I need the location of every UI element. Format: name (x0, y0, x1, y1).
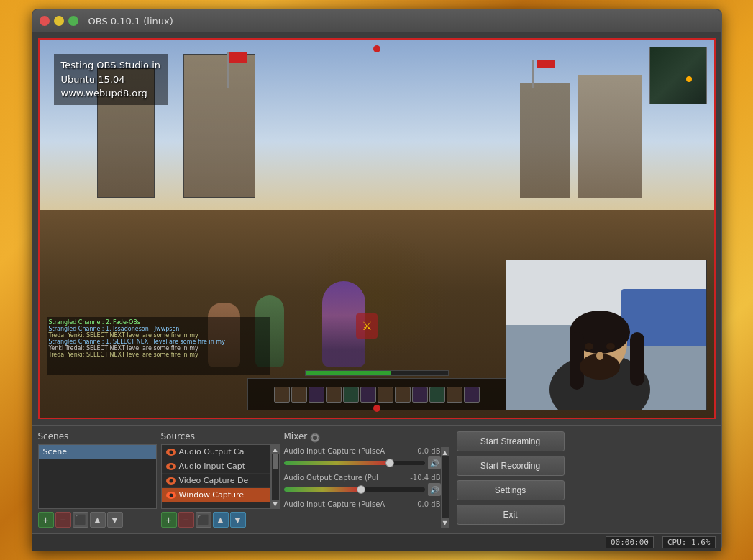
source-name: Audio Output Ca (179, 447, 245, 456)
visibility-icon[interactable] (166, 463, 176, 470)
add-scene-button[interactable]: + (38, 512, 54, 528)
section-scenes: Scenes Scene + − ⬛ ▲ ▼ (38, 431, 157, 528)
track-3-label: Audio Input Capture (PulseA 0.0 dB (284, 500, 441, 508)
mixer-scrollbar[interactable]: ▲ ▼ (441, 447, 449, 528)
filter-source-button[interactable]: ⬛ (196, 512, 211, 528)
svg-point-10 (585, 343, 593, 350)
svg-point-14 (313, 436, 317, 440)
mixer-settings-icon[interactable] (310, 433, 320, 443)
chat-line: Strangled Channel: 1. Issadoneson - Jwwp… (49, 326, 268, 332)
mixer-tracks: Audio Input Capture (PulseA 0.0 dB 🔊 (284, 447, 441, 528)
status-cpu: CPU: 1.6% (662, 536, 716, 548)
settings-button[interactable]: Settings (457, 480, 565, 500)
window-title: OBS 0.10.1 (linux) (88, 16, 173, 27)
game-overlay: Testing OBS Studio in Ubuntu 15.04 www.w… (54, 54, 168, 105)
source-name: Audio Input Capt (179, 462, 245, 471)
track-1-name: Audio Input Capture (PulseA (284, 447, 385, 455)
track-1-fill (284, 461, 390, 465)
panel-sections: Scenes Scene + − ⬛ ▲ ▼ Sources (32, 426, 721, 533)
action-slot (412, 387, 428, 403)
mixer-label: Mixer (284, 431, 308, 441)
source-name: Window Capture (179, 490, 245, 500)
flag-1 (229, 52, 247, 63)
overlay-line1: Testing OBS Studio in (61, 58, 161, 73)
overlay-line2: Ubuntu 15.04 (61, 73, 161, 87)
main-window: OBS 0.10.1 (linux) ⚔ (32, 9, 722, 551)
track-2-thumb[interactable] (357, 485, 365, 494)
source-item-window-capture[interactable]: Window Capture (162, 488, 270, 502)
source-item-audio-input[interactable]: Audio Input Capt (162, 459, 270, 474)
action-slot (309, 387, 324, 403)
source-item-audio-output[interactable]: Audio Output Ca (162, 445, 270, 459)
mixer-scroll-down[interactable]: ▼ (442, 518, 449, 527)
mixer-inner: Audio Input Capture (PulseA 0.0 dB 🔊 (284, 447, 449, 528)
mixer-track-2: Audio Output Capture (Pul -10.4 dB 🔊 (284, 474, 441, 496)
source-item-video-capture[interactable]: Video Capture De (162, 474, 270, 488)
action-slot (378, 387, 393, 403)
track-2-db: -10.4 dB (410, 474, 440, 482)
hud-minimap (649, 47, 707, 104)
mixer-header: Mixer (284, 431, 449, 444)
start-streaming-button[interactable]: Start Streaming (457, 431, 565, 451)
svg-rect-8 (630, 332, 644, 386)
sources-list[interactable]: Audio Output Ca Audio Input Capt Video C… (161, 444, 271, 509)
scroll-down-arrow[interactable]: ▼ (272, 500, 279, 508)
track-2-fill (284, 487, 362, 492)
status-time: 00:00:00 (606, 536, 654, 548)
move-scene-down-button[interactable]: ▼ (107, 512, 123, 528)
track-2-mute[interactable]: 🔊 (428, 483, 441, 496)
scenes-label: Scenes (38, 431, 157, 441)
remove-scene-button[interactable]: − (55, 512, 71, 528)
track-1-fader[interactable] (284, 461, 425, 465)
maximize-button[interactable] (68, 16, 78, 26)
track-2-fader[interactable] (284, 487, 425, 492)
mixer-scroll-track (442, 456, 449, 518)
remove-source-button[interactable]: − (178, 512, 194, 528)
move-scene-up-button[interactable]: ▲ (90, 512, 106, 528)
start-recording-button[interactable]: Start Recording (457, 456, 565, 476)
scenes-list[interactable]: Scene (38, 444, 157, 509)
sources-scrollbar[interactable]: ▲ ▼ (271, 444, 280, 509)
add-source-button[interactable]: + (161, 512, 177, 528)
move-source-up-button[interactable]: ▲ (213, 512, 229, 528)
status-bar: 00:00:00 CPU: 1.6% (32, 533, 721, 551)
visibility-icon[interactable] (166, 477, 176, 485)
overlay-line3: www.webupd8.org (61, 86, 161, 101)
chat-line: Tredal Yenki: SELECT NEXT level are some… (49, 332, 268, 339)
minimize-button[interactable] (54, 16, 64, 26)
action-slot (395, 387, 411, 403)
game-tower-4 (578, 75, 642, 198)
mixer-scroll-up[interactable]: ▲ (442, 448, 449, 456)
person-svg (506, 260, 707, 410)
section-sources: Sources Audio Output Ca Audio Input Capt (161, 431, 280, 528)
track-3-name: Audio Input Capture (PulseA (284, 500, 385, 508)
sources-controls: + − ⬛ ▲ ▼ (161, 512, 280, 528)
health-bar-bg (305, 370, 449, 376)
svg-point-11 (606, 343, 615, 350)
marker-bottom (373, 405, 380, 412)
mixer-track-1: Audio Input Capture (PulseA 0.0 dB 🔊 (284, 447, 441, 469)
source-name: Video Capture De (179, 476, 249, 485)
close-button[interactable] (40, 16, 50, 26)
track-2-slider-row: 🔊 (284, 483, 441, 496)
visibility-icon[interactable] (166, 492, 176, 499)
action-slot (343, 387, 359, 403)
section-mixer: Mixer (284, 431, 449, 528)
move-source-down-button[interactable]: ▼ (230, 512, 246, 528)
track-1-thumb[interactable] (385, 459, 394, 467)
scene-item[interactable]: Scene (39, 445, 156, 459)
visibility-icon[interactable] (166, 449, 176, 456)
minimap-player (686, 76, 692, 82)
svg-point-12 (596, 352, 603, 360)
chat-line: Yenki Tredal: SELECT NEXT level are some… (49, 345, 268, 352)
section-buttons: Start Streaming Start Recording Settings… (457, 431, 565, 528)
exit-button[interactable]: Exit (457, 505, 565, 525)
flag-2 (537, 60, 555, 68)
action-slot (429, 387, 445, 403)
scroll-track (272, 454, 279, 500)
filter-scene-button[interactable]: ⬛ (73, 512, 88, 528)
scroll-up-arrow[interactable]: ▲ (272, 445, 279, 454)
preview-area: ⚔ Testing OBS Studio in Ubuntu 15.04 www… (38, 38, 716, 419)
marker-top (373, 45, 380, 52)
track-1-mute[interactable]: 🔊 (428, 456, 441, 469)
